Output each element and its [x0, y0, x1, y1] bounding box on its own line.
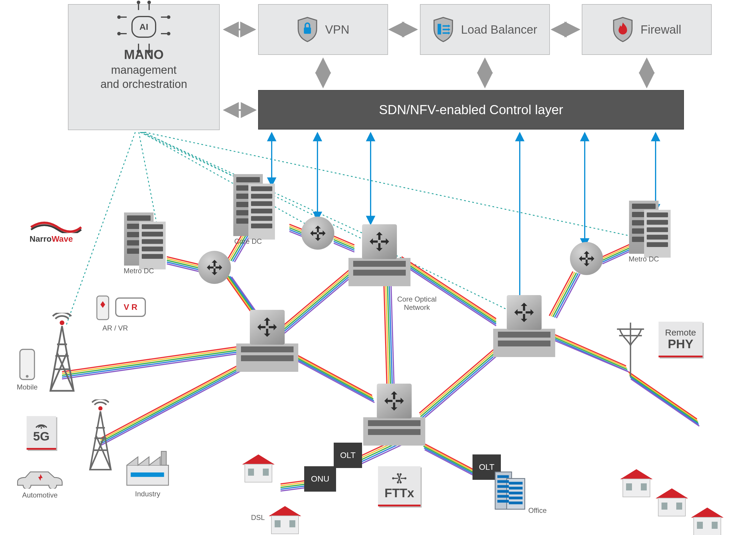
mano-subtitle: management and orchestration — [69, 63, 219, 91]
fw-label: Firewall — [641, 23, 681, 36]
mano-panel: AI MANO management and orchestration — [68, 4, 220, 130]
olt-box: OLT — [334, 443, 362, 468]
mobile-icon: Mobile — [18, 348, 37, 382]
cell-tower-icon — [84, 400, 116, 471]
svg-rect-45 — [509, 482, 522, 485]
svg-rect-39 — [497, 475, 509, 478]
svg-point-35 — [397, 481, 399, 483]
ai-icon: AI — [126, 11, 162, 43]
narrowave-logo: NarroWave — [30, 218, 95, 244]
shield-lock-icon — [297, 16, 318, 42]
core-optical-label: Core Optical Network — [397, 295, 437, 312]
utility-pole-icon — [614, 319, 647, 382]
svg-rect-40 — [497, 480, 509, 483]
svg-point-26 — [26, 375, 28, 378]
router-icon — [198, 251, 231, 284]
svg-point-22 — [60, 321, 64, 325]
cell-tower-icon — [44, 313, 80, 392]
house-icon — [242, 454, 275, 483]
house-icon — [269, 506, 301, 534]
metro-dc-left: Metro DC — [124, 212, 154, 266]
house-icon — [655, 488, 688, 517]
svg-rect-41 — [497, 485, 509, 488]
lb-panel: Load Balancer — [420, 4, 550, 55]
factory-icon: Industry — [124, 449, 171, 489]
svg-rect-48 — [509, 497, 522, 499]
house-icon — [691, 508, 723, 535]
svg-rect-29 — [131, 472, 164, 477]
optical-switch — [363, 383, 425, 446]
svg-rect-20 — [304, 27, 311, 34]
svg-rect-49 — [509, 502, 522, 504]
arvr-icon: V R AR / VR — [95, 295, 111, 322]
house-icon — [620, 469, 653, 497]
svg-point-34 — [400, 473, 402, 475]
svg-point-23 — [98, 406, 103, 410]
office-icon: Office — [490, 466, 529, 512]
svg-rect-30 — [161, 452, 166, 465]
metro-dc-right: Metro DC — [629, 201, 658, 254]
core-dc: Core DC — [233, 174, 263, 236]
car-icon: Automotive — [15, 466, 65, 490]
lb-label: Load Balancer — [461, 23, 537, 36]
svg-rect-44 — [497, 500, 509, 502]
fttx-card: FTTx — [378, 466, 420, 506]
svg-rect-42 — [497, 490, 509, 493]
five-g-card: 5G — [27, 416, 56, 450]
svg-point-31 — [392, 477, 394, 480]
svg-rect-43 — [497, 495, 509, 497]
dsl-label: DSL — [251, 514, 265, 522]
svg-rect-47 — [509, 492, 522, 494]
svg-rect-46 — [509, 487, 522, 489]
svg-point-36 — [400, 481, 402, 483]
optical-switch — [493, 295, 555, 357]
control-layer: SDN/NFV-enabled Control layer — [258, 90, 684, 129]
optical-switch — [236, 310, 298, 372]
vpn-panel: VPN — [258, 4, 388, 55]
optical-switch — [348, 224, 410, 286]
shield-fire-icon — [612, 16, 633, 42]
shield-lb-icon — [433, 16, 454, 42]
svg-rect-21 — [438, 24, 441, 35]
svg-point-32 — [404, 477, 406, 480]
svg-line-10 — [141, 132, 312, 227]
svg-point-27 — [41, 427, 42, 429]
router-icon — [301, 216, 334, 250]
svg-point-33 — [397, 473, 399, 475]
vpn-label: VPN — [325, 23, 349, 36]
remote-phy-card: Remote PHY — [658, 322, 703, 357]
onu-box: ONU — [304, 466, 336, 492]
fw-panel: Firewall — [582, 4, 712, 55]
router-icon — [570, 242, 603, 275]
mano-title: MANO — [69, 47, 219, 62]
